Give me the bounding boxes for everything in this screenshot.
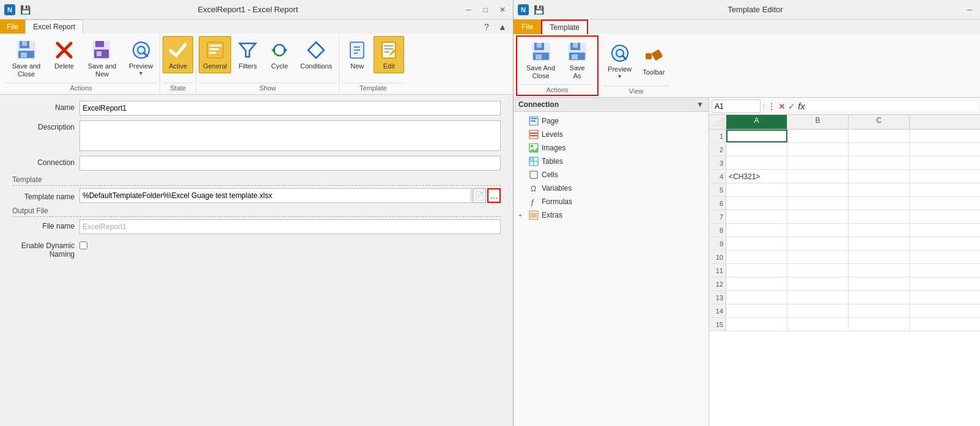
cell-B12[interactable] xyxy=(787,277,849,290)
cell-B6[interactable] xyxy=(787,197,849,210)
conditions-button[interactable]: Conditions xyxy=(296,36,336,73)
right-save-as-button[interactable]: SaveAs xyxy=(562,38,592,83)
delete-button[interactable]: Delete xyxy=(49,36,79,73)
template-icon-btn[interactable]: 📄 xyxy=(473,188,486,203)
cell-A6[interactable] xyxy=(726,197,787,210)
active-button[interactable]: Active xyxy=(163,36,193,73)
cell-C9[interactable] xyxy=(849,237,910,250)
tab-template[interactable]: Template xyxy=(541,20,588,34)
filters-button[interactable]: Filters xyxy=(232,36,263,73)
collapse-btn-left[interactable]: ▲ xyxy=(496,20,509,34)
tree-item-levels[interactable]: Levels xyxy=(518,128,704,141)
minimize-right[interactable]: ─ xyxy=(962,3,978,17)
qa-save-right[interactable]: 💾 xyxy=(532,3,545,17)
col-header-A[interactable]: A xyxy=(726,115,787,129)
col-header-B[interactable]: B xyxy=(787,115,849,129)
cell-A2[interactable] xyxy=(726,143,787,156)
cell-C8[interactable] xyxy=(849,224,910,237)
dynamic-naming-checkbox[interactable] xyxy=(79,241,87,249)
cell-C10[interactable] xyxy=(849,251,910,263)
cycle-button[interactable]: Cycle xyxy=(264,36,295,73)
right-ribbon: File Template Save AndClose xyxy=(514,20,980,98)
cell-A13[interactable] xyxy=(726,291,787,304)
cell-C11[interactable] xyxy=(849,264,910,277)
col-header-C[interactable]: C xyxy=(849,115,910,129)
cell-B5[interactable] xyxy=(787,183,849,196)
cell-C13[interactable] xyxy=(849,291,910,304)
tree-item-variables[interactable]: Ω Variables xyxy=(518,182,704,195)
formula-confirm-icon[interactable]: ✓ xyxy=(788,101,795,111)
right-save-close-button[interactable]: Save AndClose xyxy=(522,38,559,83)
qa-save-left[interactable]: 💾 xyxy=(18,3,32,17)
tree-item-images[interactable]: Images xyxy=(518,141,704,155)
cell-ref-input[interactable] xyxy=(712,100,761,113)
cell-A3[interactable] xyxy=(726,156,787,169)
cell-C1[interactable] xyxy=(849,130,910,142)
cell-C12[interactable] xyxy=(849,277,910,290)
cell-B11[interactable] xyxy=(787,264,849,277)
description-label: Description xyxy=(12,120,79,131)
cell-A9[interactable] xyxy=(726,237,787,250)
edit-button[interactable]: Edit xyxy=(374,36,404,73)
tree-item-formulas[interactable]: ƒ Formulas xyxy=(518,195,704,208)
help-btn-left[interactable]: ? xyxy=(480,20,493,34)
cell-A8[interactable] xyxy=(726,224,787,237)
cell-C7[interactable] xyxy=(849,210,910,223)
cell-A11[interactable] xyxy=(726,264,787,277)
cell-B7[interactable] xyxy=(787,210,849,223)
cell-C4[interactable] xyxy=(849,170,910,183)
file-name-input[interactable] xyxy=(79,219,501,234)
cell-B15[interactable] xyxy=(787,318,849,331)
general-button[interactable]: General xyxy=(199,36,231,73)
save-close-button[interactable]: Save and Close xyxy=(5,36,48,81)
connection-collapse[interactable]: ▼ xyxy=(696,100,704,109)
cell-A12[interactable] xyxy=(726,277,787,290)
cell-C5[interactable] xyxy=(849,183,910,196)
tab-file-right[interactable]: File xyxy=(514,20,541,34)
cell-B14[interactable] xyxy=(787,304,849,317)
restore-left[interactable]: □ xyxy=(477,3,493,17)
cell-B10[interactable] xyxy=(787,251,849,263)
cell-A14[interactable] xyxy=(726,304,787,317)
minimize-left[interactable]: ─ xyxy=(460,3,476,17)
tree-item-page[interactable]: Page xyxy=(518,114,704,128)
formula-dots[interactable]: ⋮ xyxy=(767,101,776,111)
tree-item-cells[interactable]: Cells xyxy=(518,168,704,182)
preview-button[interactable]: Preview ▼ xyxy=(125,36,157,79)
tree-item-tables[interactable]: Tables xyxy=(518,155,704,168)
cell-C15[interactable] xyxy=(849,318,910,331)
template-browse-btn[interactable]: … xyxy=(487,188,501,203)
cell-A5[interactable] xyxy=(726,183,787,196)
cell-A4[interactable]: <CH321> xyxy=(726,170,787,183)
name-input[interactable] xyxy=(79,101,501,116)
cell-A7[interactable] xyxy=(726,210,787,223)
toolbar-button[interactable]: Toolbar xyxy=(638,37,669,84)
cell-B13[interactable] xyxy=(787,291,849,304)
cell-A15[interactable] xyxy=(726,318,787,331)
tab-excel-report[interactable]: Excel Report xyxy=(25,20,83,34)
tree-item-extras[interactable]: + Extras xyxy=(518,208,704,222)
right-preview-button[interactable]: Preview ▼ xyxy=(603,37,636,84)
save-new-button[interactable]: Save and New xyxy=(81,36,123,81)
formula-input[interactable] xyxy=(808,102,978,111)
cell-C6[interactable] xyxy=(849,197,910,210)
tab-file-left[interactable]: File xyxy=(0,20,25,34)
cell-B2[interactable] xyxy=(787,143,849,156)
cell-B4[interactable] xyxy=(787,170,849,183)
description-input[interactable] xyxy=(79,120,501,151)
cell-B9[interactable] xyxy=(787,237,849,250)
cell-C2[interactable] xyxy=(849,143,910,156)
cell-B3[interactable] xyxy=(787,156,849,169)
formula-cancel-icon[interactable]: ✕ xyxy=(778,101,786,111)
connection-input[interactable] xyxy=(79,156,501,171)
cell-B1[interactable] xyxy=(787,130,849,142)
cell-C14[interactable] xyxy=(849,304,910,317)
close-left[interactable]: ✕ xyxy=(495,3,510,17)
cell-B8[interactable] xyxy=(787,224,849,237)
formula-fx-icon[interactable]: fx xyxy=(798,101,805,111)
new-button[interactable]: New xyxy=(342,36,372,73)
cell-C3[interactable] xyxy=(849,156,910,169)
cell-A10[interactable] xyxy=(726,251,787,263)
cell-A1[interactable] xyxy=(726,130,787,142)
template-name-input[interactable] xyxy=(79,188,471,203)
